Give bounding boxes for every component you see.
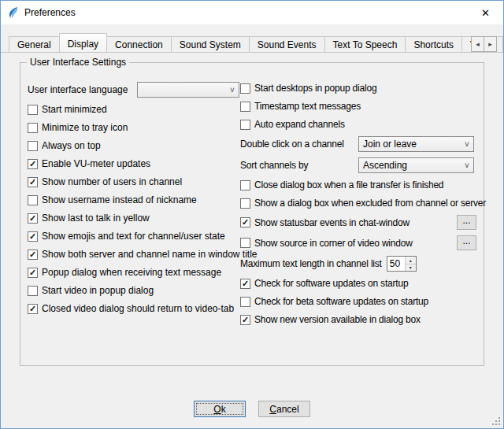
sort-channels-label: Sort channels by bbox=[240, 160, 358, 171]
checkbox-icon[interactable]: ✓ bbox=[28, 231, 38, 242]
tab-display[interactable]: Display bbox=[59, 33, 107, 52]
checkbox-label: Closed video dialog should return to vid… bbox=[42, 303, 234, 314]
statusbar-events-config-button[interactable]: ... bbox=[457, 215, 476, 230]
double-click-label: Double click on a channel bbox=[240, 139, 358, 150]
checkbox-icon[interactable]: ✓ bbox=[240, 217, 250, 227]
checkbox-row-show-both-server-and-channel-name-in-window-title[interactable]: ✓Show both server and channel name in wi… bbox=[28, 248, 240, 261]
checkbox-label: Show new version available in dialog box bbox=[254, 314, 421, 325]
checkbox-icon[interactable] bbox=[240, 120, 250, 130]
chevron-down-icon: ˅ bbox=[226, 86, 239, 94]
checkbox-row-start-minimized[interactable]: Start minimized bbox=[28, 103, 240, 116]
checkbox-icon[interactable]: ✓ bbox=[28, 159, 38, 169]
cancel-button[interactable]: Cancel bbox=[258, 401, 310, 417]
chevron-down-icon: ˅ bbox=[461, 140, 473, 149]
checkbox-icon[interactable] bbox=[28, 195, 38, 205]
checkbox-row-show-emojis-and-text-for-channel-user-state[interactable]: ✓Show emojis and text for channel/user s… bbox=[28, 230, 240, 242]
right-column: Start desktops in popup dialogTimestamp … bbox=[240, 82, 476, 326]
checkbox-icon[interactable]: ✓ bbox=[240, 315, 250, 325]
tab-general[interactable]: General bbox=[9, 36, 60, 52]
sort-channels-row: Sort channels by Ascending ˅ bbox=[240, 157, 476, 173]
checkbox-row-show-new-version-available-in-dialog-box[interactable]: ✓Show new version available in dialog bo… bbox=[240, 313, 476, 326]
checkbox-row-check-for-software-updates-on-startup[interactable]: ✓Check for software updates on startup bbox=[240, 277, 476, 290]
checkbox-label: Show statusbar events in chat-window bbox=[254, 217, 410, 228]
checkbox-label: Timestamp text messages bbox=[254, 101, 361, 112]
tab-sound-system[interactable]: Sound System bbox=[171, 36, 250, 52]
checkbox-icon[interactable]: ✓ bbox=[28, 177, 38, 187]
checkbox-row-closed-video-dialog-should-return-to-video-tab[interactable]: ✓Closed video dialog should return to vi… bbox=[28, 302, 240, 315]
sort-channels-value: Ascending bbox=[363, 160, 461, 171]
right-checkbox-list-mid: Close dialog box when a file transfer is… bbox=[240, 179, 476, 209]
checkbox-label: Start minimized bbox=[42, 104, 107, 115]
ok-button-rest: k bbox=[221, 404, 226, 415]
tab-scroll-left-button[interactable]: ◂ bbox=[471, 36, 484, 52]
tab-text-to-speech[interactable]: Text To Speech bbox=[324, 36, 406, 52]
checkbox-icon[interactable] bbox=[240, 83, 250, 94]
language-select[interactable]: ˅ bbox=[137, 82, 239, 98]
spin-down-button[interactable]: ▾ bbox=[406, 264, 416, 272]
checkbox-row-show-username-instead-of-nickname[interactable]: Show username instead of nickname bbox=[28, 194, 240, 206]
checkbox-icon[interactable]: ✓ bbox=[28, 268, 38, 278]
checkbox-row-start-video-in-popup-dialog[interactable]: Start video in popup dialog bbox=[28, 284, 240, 297]
sort-channels-select[interactable]: Ascending ˅ bbox=[358, 157, 474, 173]
checkbox-label: Show a dialog box when excluded from cha… bbox=[254, 198, 486, 209]
checkbox-icon[interactable]: ✓ bbox=[240, 279, 250, 289]
settings-columns: User interface language ˅ Start minimize… bbox=[28, 82, 476, 326]
tab-scroll-right-button[interactable]: ▸ bbox=[484, 36, 497, 52]
max-text-length-value: 50 bbox=[387, 257, 405, 271]
checkbox-row-show-number-of-users-in-channel[interactable]: ✓Show number of users in channel bbox=[28, 176, 240, 188]
checkbox-icon[interactable] bbox=[28, 105, 38, 115]
checkbox-icon[interactable] bbox=[240, 180, 250, 190]
spin-up-button[interactable]: ▴ bbox=[406, 257, 416, 264]
checkbox-row-show-last-to-talk-in-yellow[interactable]: ✓Show last to talk in yellow bbox=[28, 212, 240, 224]
checkbox-label: Close dialog box when a file transfer is… bbox=[254, 179, 443, 190]
checkbox-label: Enable VU-meter updates bbox=[42, 158, 150, 169]
checkbox-label: Show last to talk in yellow bbox=[42, 213, 150, 224]
checkbox-row-close-dialog-box-when-a-file-transfer-is-finished[interactable]: Close dialog box when a file transfer is… bbox=[240, 179, 476, 191]
checkbox-row-show-a-dialog-box-when-excluded-from-channel-or-server[interactable]: Show a dialog box when excluded from cha… bbox=[240, 197, 476, 209]
checkbox-icon[interactable] bbox=[240, 102, 250, 112]
app-icon bbox=[7, 6, 20, 19]
close-icon: ✕ bbox=[481, 7, 490, 19]
checkbox-label: Show number of users in channel bbox=[42, 176, 182, 187]
checkbox-row-always-on-top[interactable]: Always on top bbox=[28, 139, 240, 152]
checkbox-icon[interactable] bbox=[240, 238, 250, 248]
video-source-config-button[interactable]: ... bbox=[457, 235, 476, 250]
right-checkbox-list-bottom: ✓Check for software updates on startupCh… bbox=[240, 277, 476, 326]
cancel-button-accel: C bbox=[269, 404, 276, 415]
checkbox-row-timestamp-text-messages[interactable]: Timestamp text messages bbox=[240, 100, 476, 113]
checkbox-icon[interactable] bbox=[28, 123, 38, 133]
checkbox-icon[interactable] bbox=[240, 297, 250, 307]
double-click-select[interactable]: Join or leave ˅ bbox=[358, 136, 474, 152]
checkbox-row-enable-vu-meter-updates[interactable]: ✓Enable VU-meter updates bbox=[28, 157, 240, 170]
checkbox-label: Start desktops in popup dialog bbox=[254, 83, 376, 94]
language-row: User interface language ˅ bbox=[28, 82, 240, 98]
ok-button[interactable]: Ok bbox=[194, 401, 246, 417]
checkbox-row-show-video-source[interactable]: Show source in corner of video window ..… bbox=[240, 235, 476, 250]
max-text-length-spinner[interactable]: 50 ▴ ▾ bbox=[387, 256, 417, 272]
double-click-row: Double click on a channel Join or leave … bbox=[240, 136, 476, 152]
checkbox-row-start-desktops-in-popup-dialog[interactable]: Start desktops in popup dialog bbox=[240, 82, 476, 94]
title-bar[interactable]: Preferences ✕ bbox=[1, 1, 503, 24]
checkbox-label: Show source in corner of video window bbox=[254, 238, 413, 249]
tab-shortcuts[interactable]: Shortcuts bbox=[405, 36, 462, 52]
checkbox-row-check-for-beta-software-updates-on-startup[interactable]: Check for beta software updates on start… bbox=[240, 295, 476, 308]
tab-sound-events[interactable]: Sound Events bbox=[249, 36, 325, 52]
close-button[interactable]: ✕ bbox=[468, 1, 503, 24]
checkbox-icon[interactable] bbox=[240, 198, 250, 209]
checkbox-label: Show username instead of nickname bbox=[42, 194, 197, 205]
chevron-down-icon: ˅ bbox=[461, 161, 473, 170]
checkbox-row-popup-dialog-when-receiving-text-message[interactable]: ✓Popup dialog when receiving text messag… bbox=[28, 266, 240, 279]
checkbox-row-minimize-to-tray-icon[interactable]: Minimize to tray icon bbox=[28, 121, 240, 134]
checkbox-label: Popup dialog when receiving text message bbox=[42, 267, 221, 278]
checkbox-icon[interactable] bbox=[28, 141, 38, 151]
tab-connection[interactable]: Connection bbox=[106, 36, 172, 52]
resize-grip[interactable] bbox=[491, 416, 502, 427]
preferences-dialog: Preferences ✕ GeneralDisplayConnectionSo… bbox=[0, 0, 504, 429]
checkbox-icon[interactable] bbox=[28, 286, 38, 296]
checkbox-icon[interactable]: ✓ bbox=[28, 213, 38, 224]
checkbox-row-auto-expand-channels[interactable]: Auto expand channels bbox=[240, 118, 476, 131]
checkbox-icon[interactable]: ✓ bbox=[28, 304, 38, 314]
checkbox-row-show-statusbar-events[interactable]: ✓ Show statusbar events in chat-window .… bbox=[240, 215, 476, 230]
max-text-length-label: Maximum text length in channel list bbox=[240, 258, 382, 269]
checkbox-icon[interactable]: ✓ bbox=[28, 250, 38, 260]
